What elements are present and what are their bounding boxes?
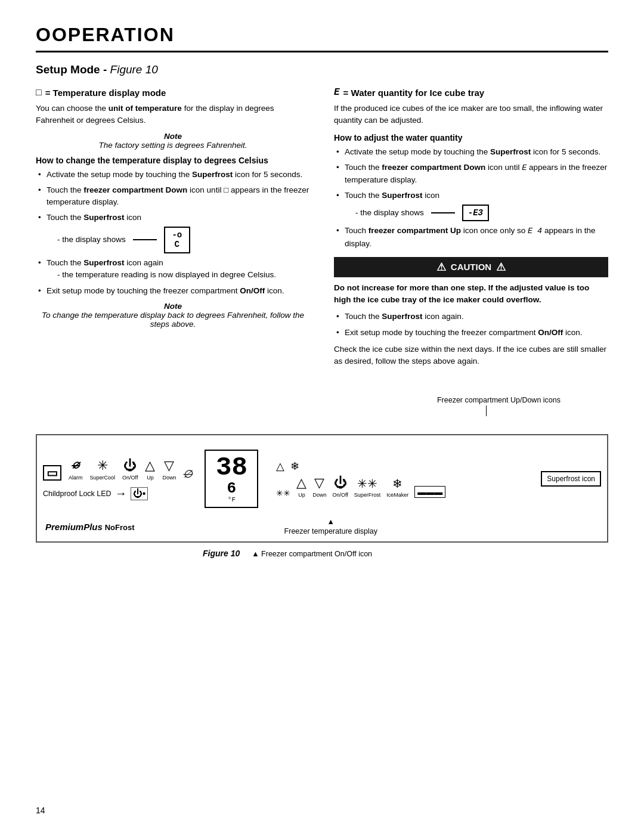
temp-sub: 6 <box>215 481 247 496</box>
figure-box: ▭ ∅ Alarm ✳ SuperCool ⏻ On/Off <box>36 434 608 543</box>
note-text-1: The factory setting is degrees Fahrenhei… <box>36 141 310 150</box>
right-onoff-label: On/Off <box>332 492 348 498</box>
temp-display-box: 38 6 °F <box>205 450 258 508</box>
post-caution-2: Exit setup mode by touching the freezer … <box>334 327 608 339</box>
right-up-glyph-item: △ <box>276 460 284 473</box>
step-5: Exit setup mode by touching the freezer … <box>36 285 310 297</box>
panel-icon-supercool: ✳ SuperCool <box>90 458 116 481</box>
connector-2 <box>431 212 455 213</box>
setup-mode-title: Setup Mode - Figure 10 <box>36 63 608 76</box>
figure-caption-row: Figure 10 ▲ Freezer compartment On/Off i… <box>36 549 608 558</box>
panel-icon-rect: ▭ <box>43 465 61 481</box>
display-box-1: -oC <box>164 227 190 254</box>
temp-up-arrow: ▲ <box>284 518 377 526</box>
right-up-icon: △ Up <box>296 475 306 498</box>
onoff-label: On/Off <box>122 475 138 481</box>
panel-icon-down: ▽ Down <box>162 458 176 481</box>
right-star-pair: ✳✳ <box>276 488 290 498</box>
display-shows-2: - the display shows -E3 <box>355 205 608 222</box>
temp-main: 38 <box>215 454 247 481</box>
post-caution-1: Touch the Superfrost icon again. <box>334 311 608 323</box>
temp-section-header: □ = Temperature display mode <box>36 87 310 98</box>
right-down-icon: ▽ Down <box>312 475 326 498</box>
post-caution-list: Touch the Superfrost icon again. Exit se… <box>334 311 608 339</box>
step-3: Touch the Superfrost icon - the display … <box>36 212 310 253</box>
down-label: Down <box>162 475 176 481</box>
brand-block: PremiumPlus NoFrost <box>45 522 134 532</box>
page-number: 14 <box>36 806 45 815</box>
water-section-label: = Water quantity for Ice cube tray <box>343 88 485 98</box>
note-block-2: Note To change the temperature display b… <box>36 302 310 329</box>
celsius-reading-note: - the temperature reading is now display… <box>57 269 310 281</box>
right-superfrost-glyph: ✳✳ <box>357 476 377 491</box>
right-main-icons: ✳✳ △ Up ▽ Down ⏻ On/Off <box>276 475 535 498</box>
note-label-1: Note <box>36 132 310 141</box>
right-down-glyph: ▽ <box>314 475 324 491</box>
caution-box: ⚠ CAUTION ⚠ <box>334 257 608 277</box>
right-column: E = Water quantity for Ice cube tray If … <box>334 87 608 372</box>
arrow-right-icon: → <box>115 487 127 500</box>
left-column: □ = Temperature display mode You can cho… <box>36 87 310 372</box>
freezer-temp-label: Freezer temperature display <box>284 527 377 535</box>
supercool-glyph: ✳ <box>97 458 108 473</box>
right-small-up: △ <box>276 460 284 473</box>
connector-1 <box>133 239 157 240</box>
childproof-row: Childproof Lock LED → ⏻• <box>43 487 193 500</box>
supercool-label: SuperCool <box>90 475 116 481</box>
figure-num: 10 <box>231 549 240 558</box>
right-icemaker-glyph: ❄ <box>392 476 402 491</box>
water-step-4: Touch freezer compartment Up icon once o… <box>334 225 608 250</box>
title-o: O <box>36 24 52 45</box>
right-down-label: Down <box>312 492 326 498</box>
note-label-2: Note <box>36 302 310 311</box>
right-icemaker-label: IceMaker <box>386 492 408 498</box>
water-section-header: E = Water quantity for Ice cube tray <box>334 87 608 98</box>
water-step-2: Touch the freezer compartment Down icon … <box>334 162 608 187</box>
alarm-glyph: ∅ <box>72 457 79 473</box>
water-steps-list: Activate the setup mode by touching the … <box>334 146 608 250</box>
left-icons-row: ▭ ∅ Alarm ✳ SuperCool ⏻ On/Off <box>43 457 193 481</box>
water-icon: E <box>334 87 340 98</box>
figure-area: Freezer compartment Up/Down icons ▭ ∅ Al… <box>36 396 608 558</box>
down-glyph: ▽ <box>164 458 174 473</box>
freezer-temp-label-block: ▲ Freezer temperature display <box>284 518 377 535</box>
page-title: OOperation <box>36 24 608 52</box>
up-down-line-container <box>36 405 487 416</box>
control-panel: ▭ ∅ Alarm ✳ SuperCool ⏻ On/Off <box>43 445 601 513</box>
display-shows-1: - the display shows -oC <box>57 227 310 254</box>
brand-name: PremiumPlus <box>45 522 103 532</box>
water-step-3: Touch the Superfrost icon - the display … <box>334 190 608 221</box>
on-off-label: Freezer compartment On/Off icon <box>261 550 372 558</box>
temp-section-label: = Temperature display mode <box>45 88 166 98</box>
star-pair-glyph: ✳✳ <box>276 488 290 498</box>
display-shows-label-1: - the display shows <box>57 234 126 246</box>
right-bar-glyph: ▬▬▬ <box>414 486 445 498</box>
left-panel: ▭ ∅ Alarm ✳ SuperCool ⏻ On/Off <box>43 457 193 500</box>
figure-ref: Figure 10 <box>110 63 158 76</box>
panel-icon-up: △ Up <box>145 458 155 481</box>
right-bar-icon: ▬▬▬ <box>414 486 445 498</box>
display-shows-label-2: - the display shows <box>355 207 424 219</box>
superfrost-box-label: Superfrost icon <box>547 475 595 483</box>
right-onoff-glyph: ⏻ <box>334 475 347 491</box>
how-to-water-heading: How to adjust the water quantity <box>334 133 608 143</box>
slash-glyph: ∅ <box>183 467 193 481</box>
right-ice-small-item: ❄ <box>290 460 299 473</box>
right-top-row: △ ❄ <box>276 460 535 473</box>
temp-icon: □ <box>36 87 42 98</box>
up-label: Up <box>147 475 154 481</box>
panel-icon-slash: ∅ <box>183 467 193 481</box>
right-superfrost-label: SuperFrost <box>354 492 381 498</box>
alarm-label: Alarm <box>69 475 83 481</box>
top-annotation: Freezer compartment Up/Down icons <box>36 396 561 404</box>
check-ice-text: Check the ice cube size within the next … <box>334 343 608 368</box>
display-box-2: -E3 <box>462 205 489 222</box>
superfrost-annotation-box: Superfrost icon <box>541 471 601 487</box>
panel-icon-onoff: ⏻ On/Off <box>122 458 138 481</box>
note-block-1: Note The factory setting is degrees Fahr… <box>36 132 310 150</box>
up-down-label: Freezer compartment Up/Down icons <box>437 396 561 404</box>
up-down-line <box>486 405 487 416</box>
panel-icon-alarm: ∅ Alarm <box>69 457 83 481</box>
onoff-glyph: ⏻ <box>123 458 137 473</box>
temp-unit: °F <box>215 496 247 503</box>
